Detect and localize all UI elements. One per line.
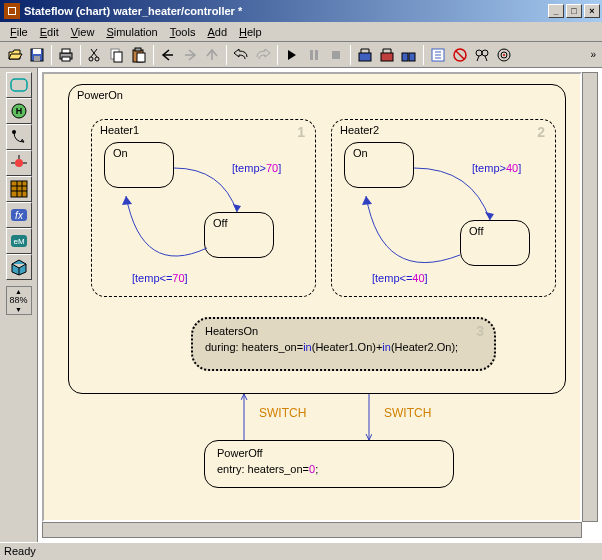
canvas-wrap: PowerOn Heater1 1 On Off [temp>70] [temp…	[38, 68, 602, 542]
truth-table-icon[interactable]	[6, 176, 32, 202]
cut-icon[interactable]	[84, 44, 106, 66]
undo-icon[interactable]	[230, 44, 252, 66]
titlebar: Stateflow (chart) water_heater/controlle…	[0, 0, 602, 22]
pause-icon[interactable]	[303, 44, 325, 66]
explore-icon[interactable]	[427, 44, 449, 66]
state-poweroff-body: entry: heaters_on=0;	[217, 463, 318, 475]
em-function-icon[interactable]: eM	[6, 228, 32, 254]
cond-h2-to-off: [temp>40]	[472, 162, 521, 174]
toolbar-overflow-icon[interactable]: »	[590, 49, 598, 60]
region-1-num: 1	[297, 124, 305, 140]
state-heaterson[interactable]: 3 HeatersOn during: heaters_on=in(Heater…	[191, 317, 496, 371]
svg-rect-5	[62, 57, 70, 61]
svg-rect-27	[11, 79, 27, 91]
menu-tools[interactable]: Tools	[164, 24, 202, 40]
svg-rect-13	[310, 50, 313, 60]
junction-icon[interactable]	[6, 150, 32, 176]
play-icon[interactable]	[281, 44, 303, 66]
copy-icon[interactable]	[106, 44, 128, 66]
state-poweroff[interactable]: PowerOff entry: heaters_on=0;	[204, 440, 454, 488]
state-h2-on-label: On	[353, 147, 368, 159]
svg-rect-19	[409, 53, 415, 61]
svg-rect-18	[402, 53, 408, 61]
find-icon[interactable]	[471, 44, 493, 66]
state-h1-on-label: On	[113, 147, 128, 159]
zoom-indicator[interactable]: ▲ 88% ▼	[6, 286, 32, 315]
function-icon[interactable]: fx	[6, 202, 32, 228]
svg-rect-17	[381, 53, 393, 61]
svg-point-26	[503, 54, 505, 56]
zoom-value: 88	[9, 295, 19, 305]
svg-rect-4	[62, 49, 70, 53]
state-poweron[interactable]: PowerOn Heater1 1 On Off [temp>70] [temp…	[68, 84, 566, 394]
svg-rect-12	[135, 48, 141, 51]
heaterson-body: during: heaters_on=in(Heater1.On)+in(Hea…	[205, 341, 458, 353]
state-heater2[interactable]: Heater2 2 On Off [temp>40] [temp<=40]	[331, 119, 556, 297]
close-button[interactable]: ×	[584, 4, 600, 18]
state-h2-off[interactable]: Off	[460, 220, 530, 266]
region-2-num: 2	[537, 124, 545, 140]
zoom-down-icon[interactable]: ▼	[7, 306, 31, 314]
svg-rect-1	[33, 49, 41, 54]
state-h1-on[interactable]: On	[104, 142, 174, 188]
state-poweroff-name: PowerOff	[217, 447, 263, 459]
back-icon[interactable]	[157, 44, 179, 66]
switch-label-1: SWITCH	[259, 406, 306, 420]
menu-simulation[interactable]: Simulation	[100, 24, 163, 40]
svg-point-22	[476, 50, 482, 56]
state-h2-on[interactable]: On	[344, 142, 414, 188]
maximize-button[interactable]: □	[566, 4, 582, 18]
zoom-unit: %	[20, 295, 28, 305]
open-icon[interactable]	[4, 44, 26, 66]
print-icon[interactable]	[55, 44, 77, 66]
minimize-button[interactable]: _	[548, 4, 564, 18]
svg-rect-14	[315, 50, 318, 60]
work-area: H fx eM ▲ 88% ▼ PowerOn Heater1 1 On	[0, 68, 602, 542]
svg-point-31	[15, 159, 23, 167]
save-icon[interactable]	[26, 44, 48, 66]
state-h1-off[interactable]: Off	[204, 212, 274, 258]
statusbar: Ready	[0, 542, 602, 560]
menu-edit[interactable]: Edit	[34, 24, 65, 40]
target-icon[interactable]	[376, 44, 398, 66]
switch-label-2: SWITCH	[384, 406, 431, 420]
svg-text:fx: fx	[15, 210, 24, 221]
state-h2-off-label: Off	[469, 225, 483, 237]
svg-rect-32	[11, 181, 27, 197]
state-heater2-label: Heater2	[340, 124, 379, 136]
box-icon[interactable]	[6, 254, 32, 280]
svg-point-6	[89, 57, 93, 61]
state-heater1[interactable]: Heater1 1 On Off [temp>70] [temp<=70]	[91, 119, 316, 297]
menu-view[interactable]: View	[65, 24, 101, 40]
paste-icon[interactable]	[128, 44, 150, 66]
up-icon[interactable]	[201, 44, 223, 66]
cond-h1-to-off: [temp>70]	[232, 162, 281, 174]
options-icon[interactable]	[398, 44, 420, 66]
targets-icon[interactable]	[493, 44, 515, 66]
window-title: Stateflow (chart) water_heater/controlle…	[24, 5, 546, 17]
default-transition-icon[interactable]	[6, 124, 32, 150]
toolbar: »	[0, 42, 602, 68]
menubar: File Edit View Simulation Tools Add Help	[0, 22, 602, 42]
debug-off-icon[interactable]	[449, 44, 471, 66]
svg-rect-15	[332, 51, 340, 59]
state-tool-icon[interactable]	[6, 72, 32, 98]
svg-rect-16	[359, 53, 371, 61]
stop-icon[interactable]	[325, 44, 347, 66]
menu-file[interactable]: File	[4, 24, 34, 40]
svg-rect-2	[34, 56, 40, 61]
horizontal-scrollbar[interactable]	[42, 522, 582, 538]
chart-canvas[interactable]: PowerOn Heater1 1 On Off [temp>70] [temp…	[42, 72, 582, 522]
history-junction-icon[interactable]: H	[6, 98, 32, 124]
forward-icon[interactable]	[179, 44, 201, 66]
vertical-scrollbar[interactable]	[582, 72, 598, 522]
menu-help[interactable]: Help	[233, 24, 268, 40]
svg-rect-9	[114, 52, 122, 62]
build-icon[interactable]	[354, 44, 376, 66]
redo-icon[interactable]	[252, 44, 274, 66]
svg-text:H: H	[15, 106, 22, 116]
svg-text:eM: eM	[13, 237, 24, 246]
app-icon	[4, 3, 20, 19]
cond-h2-to-on: [temp<=40]	[372, 272, 428, 284]
menu-add[interactable]: Add	[201, 24, 233, 40]
